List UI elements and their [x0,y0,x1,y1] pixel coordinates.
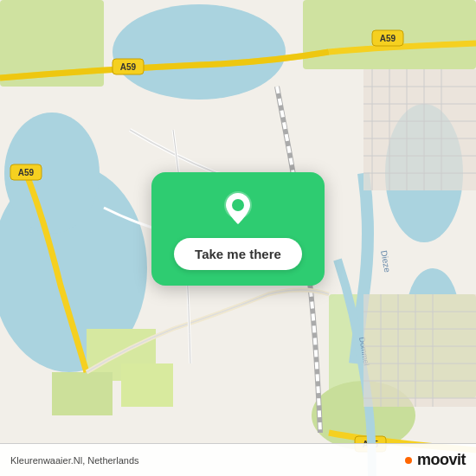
svg-rect-12 [52,372,113,415]
attribution-text: Kleurenwaaier.Nl, Netherlands [10,455,139,466]
moovit-logo-text: moovit [417,451,466,469]
location-popup: Take me there [151,172,325,286]
svg-point-48 [232,199,244,211]
svg-text:A59: A59 [380,34,396,43]
svg-rect-13 [121,363,173,407]
svg-text:A59: A59 [18,168,35,177]
moovit-dot-icon [405,457,412,464]
location-pin-icon [219,190,257,228]
svg-rect-24 [363,69,476,190]
svg-point-3 [113,4,286,100]
svg-text:A59: A59 [120,62,137,72]
moovit-logo: moovit [405,451,466,469]
take-me-there-button[interactable]: Take me there [174,238,302,270]
map-container[interactable]: A59 A59 A59 A65 Dieze Dommel [0,0,476,476]
map-footer: Kleurenwaaier.Nl, Netherlands moovit [0,443,476,476]
